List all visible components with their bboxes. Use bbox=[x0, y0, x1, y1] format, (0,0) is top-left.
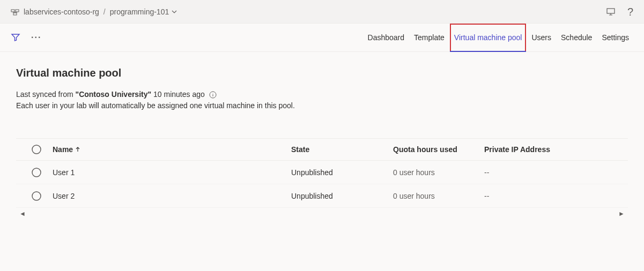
breadcrumb: labservices-contoso-rg / programming-101 bbox=[11, 7, 606, 16]
svg-rect-0 bbox=[11, 10, 14, 12]
cell-state: Unpublished bbox=[291, 168, 393, 177]
tab-dashboard[interactable]: Dashboard bbox=[364, 24, 409, 52]
breadcrumb-root[interactable]: labservices-contoso-rg bbox=[24, 7, 99, 16]
scroll-right-icon[interactable]: ► bbox=[618, 210, 625, 217]
tab-schedule[interactable]: Schedule bbox=[557, 24, 596, 52]
cell-name: User 2 bbox=[53, 192, 291, 200]
select-all-checkbox[interactable] bbox=[20, 144, 53, 155]
svg-point-5 bbox=[32, 145, 41, 154]
svg-point-7 bbox=[32, 192, 41, 200]
horizontal-scroll-hint: ◄ ► bbox=[16, 208, 628, 217]
cell-ip: -- bbox=[484, 192, 624, 200]
scroll-left-icon[interactable]: ◄ bbox=[19, 210, 26, 217]
svg-rect-1 bbox=[16, 10, 19, 12]
col-name[interactable]: Name bbox=[53, 145, 291, 154]
svg-rect-3 bbox=[607, 9, 615, 13]
cell-name: User 1 bbox=[53, 168, 291, 177]
breadcrumb-current[interactable]: programming-101 bbox=[110, 7, 178, 16]
tab-template[interactable]: Template bbox=[410, 24, 449, 52]
page-description: Each user in your lab will automatically… bbox=[16, 100, 628, 111]
top-actions: ? bbox=[606, 6, 633, 17]
resource-group-icon bbox=[11, 7, 19, 16]
cell-ip: -- bbox=[484, 168, 624, 177]
main-content: Virtual machine pool Last synced from "C… bbox=[0, 52, 644, 217]
breadcrumb-separator: / bbox=[103, 7, 106, 16]
table-header-row: Name State Quota hours used Private IP A… bbox=[16, 138, 628, 161]
svg-point-6 bbox=[32, 168, 41, 177]
command-bar: ··· Dashboard Template Virtual machine p… bbox=[0, 24, 644, 52]
col-ip[interactable]: Private IP Address bbox=[484, 145, 624, 154]
info-icon[interactable] bbox=[209, 91, 217, 99]
row-checkbox[interactable] bbox=[20, 191, 53, 201]
tab-users[interactable]: Users bbox=[527, 24, 556, 52]
filter-icon[interactable] bbox=[11, 33, 20, 42]
table-row[interactable]: User 1 Unpublished 0 user hours -- bbox=[16, 161, 628, 184]
col-state[interactable]: State bbox=[291, 145, 393, 154]
more-icon[interactable]: ··· bbox=[31, 33, 41, 42]
svg-rect-2 bbox=[13, 13, 17, 15]
table-row[interactable]: User 2 Unpublished 0 user hours -- bbox=[16, 184, 628, 208]
sort-asc-icon bbox=[75, 147, 80, 152]
help-icon[interactable]: ? bbox=[627, 6, 633, 17]
row-checkbox[interactable] bbox=[20, 167, 53, 178]
cell-quota: 0 user hours bbox=[393, 192, 484, 200]
cell-quota: 0 user hours bbox=[393, 168, 484, 177]
col-quota[interactable]: Quota hours used bbox=[393, 145, 484, 154]
cell-state: Unpublished bbox=[291, 192, 393, 200]
top-bar: labservices-contoso-rg / programming-101… bbox=[0, 0, 644, 24]
main-nav: Dashboard Template Virtual machine pool … bbox=[364, 24, 633, 52]
chevron-down-icon bbox=[171, 9, 177, 15]
vm-table: Name State Quota hours used Private IP A… bbox=[16, 138, 628, 217]
monitor-icon[interactable] bbox=[606, 7, 616, 17]
page-title: Virtual machine pool bbox=[16, 67, 628, 79]
tab-virtual-machine-pool[interactable]: Virtual machine pool bbox=[450, 24, 527, 52]
tab-settings[interactable]: Settings bbox=[597, 24, 633, 52]
sync-status: Last synced from "Contoso University" 10… bbox=[16, 89, 628, 100]
